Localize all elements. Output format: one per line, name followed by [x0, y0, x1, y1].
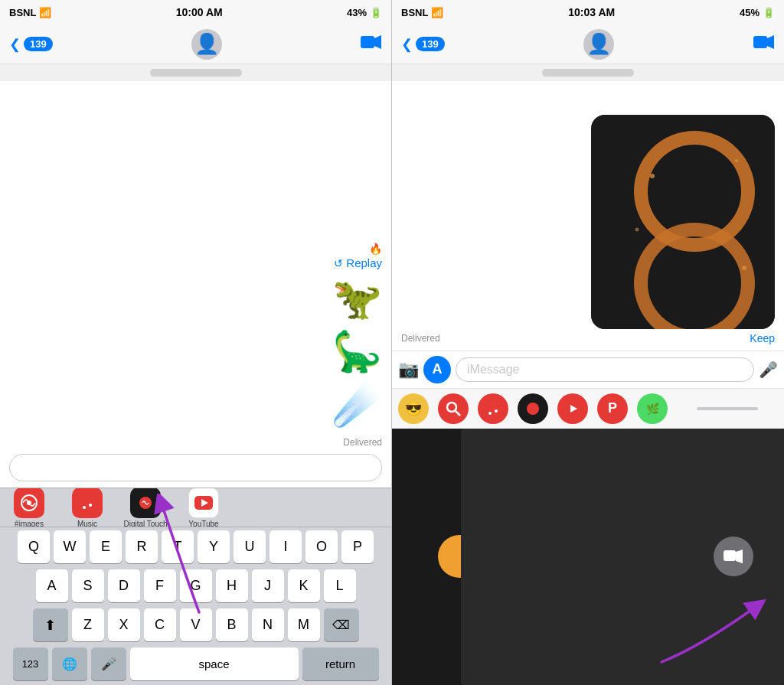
svg-point-16: [742, 266, 746, 270]
strip-youtube-icon[interactable]: [557, 393, 588, 424]
strip-search-icon[interactable]: [438, 393, 469, 424]
left-contact-name-blur: [150, 69, 242, 77]
key-emoji[interactable]: 🌐: [52, 647, 87, 680]
key-u[interactable]: U: [234, 530, 266, 563]
keyboard-row-1: Q W E R T Y U I O P: [0, 527, 391, 566]
right-media-content: [591, 115, 775, 329]
left-chevron-icon: ❮: [9, 36, 21, 53]
replay-label: Replay: [346, 256, 382, 269]
left-input-placeholder[interactable]: [9, 454, 382, 481]
key-mic[interactable]: 🎤: [91, 647, 126, 680]
right-wifi-icon: 📶: [431, 7, 443, 18]
key-e[interactable]: E: [90, 530, 122, 563]
key-space[interactable]: space: [130, 647, 299, 680]
keyboard-row-2: A S D F G H J K L: [0, 566, 391, 605]
left-fireball-sticker: ☄️: [332, 381, 382, 428]
left-carrier: BSNL: [9, 7, 36, 18]
key-i[interactable]: I: [270, 530, 302, 563]
left-phone-panel: BSNL 📶 10:00 AM 43% 🔋 ❮ 139 👤 🔥: [0, 0, 392, 685]
key-j[interactable]: J: [252, 569, 284, 602]
key-p[interactable]: P: [341, 530, 374, 563]
key-g[interactable]: G: [180, 569, 212, 602]
music-icon: [72, 488, 103, 518]
key-y[interactable]: Y: [198, 530, 230, 563]
right-apps-button[interactable]: A: [423, 356, 451, 383]
right-carrier: BSNL: [401, 7, 428, 18]
key-b[interactable]: B: [216, 608, 248, 641]
tray-app-youtube[interactable]: YouTube: [181, 488, 227, 527]
right-app-strip: 😎 P 🌿: [392, 388, 784, 429]
right-messages-area: Delivered Keep: [392, 81, 784, 351]
left-status-time: 10:00 AM: [176, 6, 223, 18]
right-status-time: 10:03 AM: [568, 6, 615, 18]
left-battery: 43%: [347, 7, 367, 18]
svg-rect-22: [724, 550, 736, 561]
svg-marker-9: [767, 35, 774, 49]
key-c[interactable]: C: [144, 608, 176, 641]
key-w[interactable]: W: [54, 530, 86, 563]
left-contact-name-bar: [0, 64, 391, 81]
strip-producthunt-icon[interactable]: P: [597, 393, 628, 424]
key-s[interactable]: S: [72, 569, 104, 602]
left-back-button[interactable]: ❮ 139: [9, 36, 53, 53]
strip-music-icon[interactable]: [478, 393, 508, 424]
key-d[interactable]: D: [108, 569, 140, 602]
strip-emoji-icon[interactable]: 😎: [398, 393, 429, 424]
strip-more-icon[interactable]: 🌿: [637, 393, 668, 424]
key-a[interactable]: A: [36, 569, 68, 602]
key-delete[interactable]: ⌫: [324, 608, 359, 641]
key-o[interactable]: O: [305, 530, 338, 563]
key-q[interactable]: Q: [18, 530, 50, 563]
tray-app-images[interactable]: #images: [6, 488, 52, 527]
svg-point-17: [447, 403, 456, 412]
key-l[interactable]: L: [324, 569, 356, 602]
right-digital-touch-panel[interactable]: [392, 429, 784, 686]
key-r[interactable]: R: [126, 530, 158, 563]
right-contact-avatar[interactable]: 👤: [583, 29, 614, 60]
right-back-button[interactable]: ❮ 139: [401, 36, 445, 53]
key-shift[interactable]: ⬆: [33, 608, 68, 641]
key-return[interactable]: return: [302, 647, 379, 680]
right-mic-button[interactable]: 🎤: [759, 360, 778, 379]
key-h[interactable]: H: [216, 569, 248, 602]
left-video-call-button[interactable]: [361, 34, 382, 54]
left-trex-sticker: 🦖: [332, 276, 382, 322]
left-replay-button[interactable]: ↺ Replay: [334, 256, 382, 269]
music-label: Music: [77, 520, 97, 528]
right-camera-button[interactable]: 📷: [398, 360, 419, 380]
left-app-tray: #images Music Digital Touch: [0, 488, 391, 527]
right-keep-button[interactable]: Keep: [750, 332, 775, 344]
tray-app-digital-touch[interactable]: Digital Touch: [122, 488, 168, 527]
key-n[interactable]: N: [252, 608, 284, 641]
right-input-bar: 📷 A iMessage 🎤: [392, 351, 784, 388]
keyboard-row-4: 123 🌐 🎤 space return: [0, 644, 391, 685]
tray-app-music[interactable]: Music: [64, 488, 110, 527]
svg-line-18: [456, 411, 460, 416]
key-z[interactable]: Z: [72, 608, 104, 641]
images-label: #images: [15, 520, 44, 528]
right-nav-bar: ❮ 139 👤: [392, 24, 784, 64]
key-x[interactable]: X: [108, 608, 140, 641]
left-keyboard: Q W E R T Y U I O P A S D F G H J K L ⬆ …: [0, 527, 391, 685]
key-t[interactable]: T: [162, 530, 194, 563]
strip-digital-touch-icon[interactable]: [518, 393, 548, 424]
key-f[interactable]: F: [144, 569, 176, 602]
key-v[interactable]: V: [180, 608, 212, 641]
right-imessage-input[interactable]: iMessage: [456, 357, 754, 382]
key-123[interactable]: 123: [13, 647, 48, 680]
left-contact-avatar[interactable]: 👤: [191, 29, 222, 60]
svg-point-13: [650, 174, 655, 178]
right-dt-video-button[interactable]: [714, 537, 753, 576]
key-k[interactable]: K: [288, 569, 320, 602]
replay-icon: ↺: [334, 257, 343, 269]
right-delivered-status: Delivered: [401, 333, 440, 344]
right-video-call-button[interactable]: [753, 34, 775, 54]
images-icon: [14, 488, 44, 518]
svg-point-19: [527, 403, 539, 415]
key-m[interactable]: M: [288, 608, 320, 641]
svg-marker-1: [374, 35, 381, 49]
svg-rect-8: [753, 36, 767, 48]
right-person-icon: 👤: [586, 32, 611, 56]
right-phone-panel: BSNL 📶 10:03 AM 45% 🔋 ❮ 139 👤: [392, 0, 784, 685]
right-media-message: [591, 115, 775, 329]
